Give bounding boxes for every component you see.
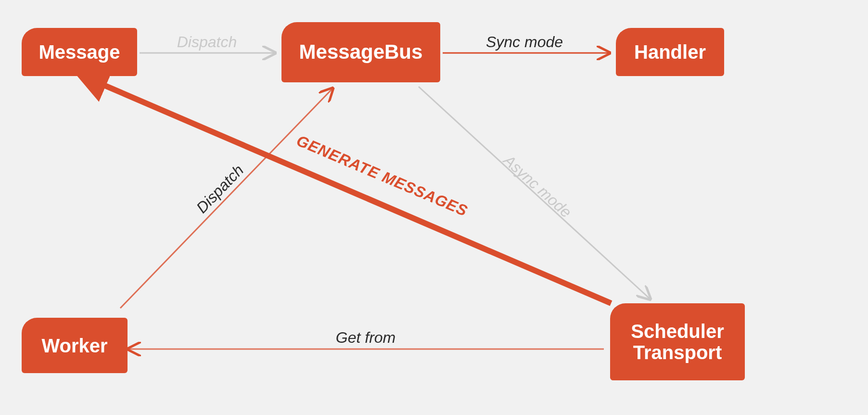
edge-dispatch-worker-label: Dispatch [193, 161, 247, 217]
edge-dispatch-worker [120, 89, 332, 308]
node-messagebus: MessageBus [281, 22, 440, 82]
diagram-canvas: Dispatch Sync mode Async mode Get from D… [0, 0, 868, 415]
edge-generate [96, 82, 611, 303]
edge-sync-label: Sync mode [486, 33, 563, 51]
node-worker: Worker [22, 318, 128, 373]
edge-async-label: Async mode [499, 151, 574, 221]
node-scheduler-transport: Scheduler Transport [610, 303, 745, 380]
edge-dispatch-top-label: Dispatch [177, 33, 237, 51]
edge-generate-label: GENERATE MESSAGES [294, 132, 470, 220]
edge-async [419, 87, 650, 298]
edge-getfrom-label: Get from [336, 329, 396, 346]
node-message: Message [22, 28, 137, 76]
node-handler: Handler [616, 28, 724, 76]
